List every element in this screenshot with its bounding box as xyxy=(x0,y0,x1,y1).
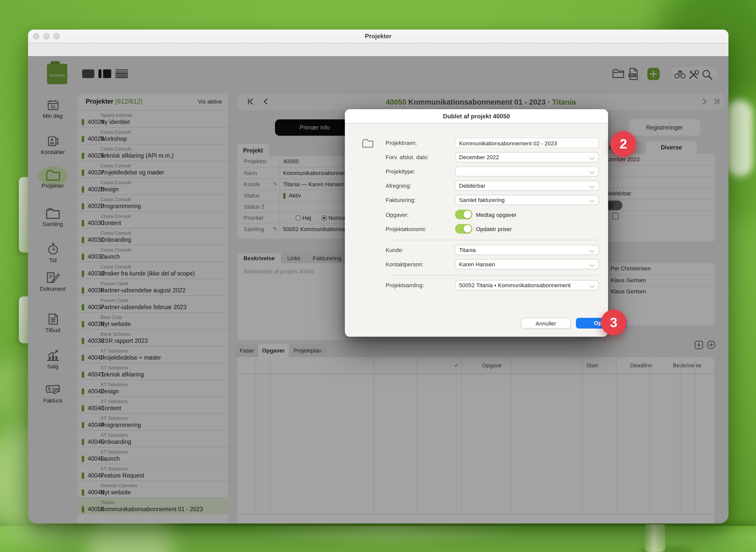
annotation-badge-3: 3 xyxy=(601,310,626,335)
chevron-down-icon xyxy=(589,198,595,203)
chevron-down-icon xyxy=(589,283,595,288)
dialog-select-fakturering[interactable]: Samlet fakturering xyxy=(455,195,599,205)
dialog-field-label: Projektøkonomi: xyxy=(386,226,426,232)
chevron-down-icon xyxy=(589,248,595,253)
dialog-field-label: Kunde: xyxy=(386,247,404,253)
dialog-toggle[interactable] xyxy=(455,210,472,220)
dialog-titlebar: Dublet af projekt 40050 xyxy=(345,109,608,123)
dialog-toggle[interactable] xyxy=(455,224,472,234)
chevron-down-icon xyxy=(589,169,595,174)
dialog-section-divider xyxy=(392,275,599,275)
cancel-button[interactable]: Annuller xyxy=(521,318,571,328)
toggle-knob xyxy=(464,225,471,233)
annotation-badge-2: 2 xyxy=(611,131,636,157)
dialog-field-label: Opgaver: xyxy=(386,212,409,218)
dialog-select-afregning[interactable]: Debitérbar xyxy=(455,180,599,191)
dialog-select-kontaktperson[interactable]: Karen Hansen xyxy=(455,259,599,269)
window-title: Projekter xyxy=(28,33,729,40)
dialog-field-label: Afregning: xyxy=(386,183,411,189)
chevron-down-icon xyxy=(589,262,595,267)
window-titlebar[interactable]: Projekter xyxy=(28,30,729,43)
toggle-knob xyxy=(464,211,471,218)
dialog-field-label: Kontaktperson: xyxy=(386,261,423,267)
project-name-input[interactable]: Kommunikationsabonnement 02 - 2023 xyxy=(455,138,599,148)
dialog-field-label: Fakturering: xyxy=(386,197,416,203)
dialog-section-divider xyxy=(392,240,599,240)
dialog-select-kunde[interactable]: Titania xyxy=(455,245,599,255)
dialog-field-label: Projektsamling: xyxy=(386,282,424,288)
toggle-label: Opdatér priser xyxy=(476,226,512,232)
wallpaper-table-leg xyxy=(645,525,665,552)
folder-icon xyxy=(362,138,374,150)
chevron-down-icon xyxy=(589,155,595,160)
wallpaper-cloud xyxy=(726,100,753,176)
dialog-field-label: Projekttype: xyxy=(386,168,415,174)
dialog-field-label: Forv. afslut. dato: xyxy=(386,154,429,160)
chevron-down-icon xyxy=(589,183,595,188)
app-window: Projekter Structure PDF xyxy=(28,30,729,523)
dialog-select-projekttype[interactable] xyxy=(455,166,599,176)
desktop-wallpaper: Projekter Structure PDF xyxy=(0,0,756,552)
wallpaper-shape xyxy=(19,177,29,253)
dialog-field-label: Projektnavn: xyxy=(386,140,417,146)
dialog-select-forvafslutdato[interactable]: December 2022 xyxy=(455,152,599,162)
wallpaper-shape xyxy=(19,296,29,343)
duplicate-project-dialog: Dublet af projekt 40050 Projektnavn:Komm… xyxy=(345,109,608,337)
wallpaper-glow xyxy=(245,526,531,552)
dialog-title: Dublet af projekt 40050 xyxy=(345,113,608,120)
dialog-select-projektsamling[interactable]: 50052 Titania • Kommunikationsabonnement xyxy=(455,280,599,290)
toggle-label: Medtag opgaver xyxy=(476,212,516,218)
